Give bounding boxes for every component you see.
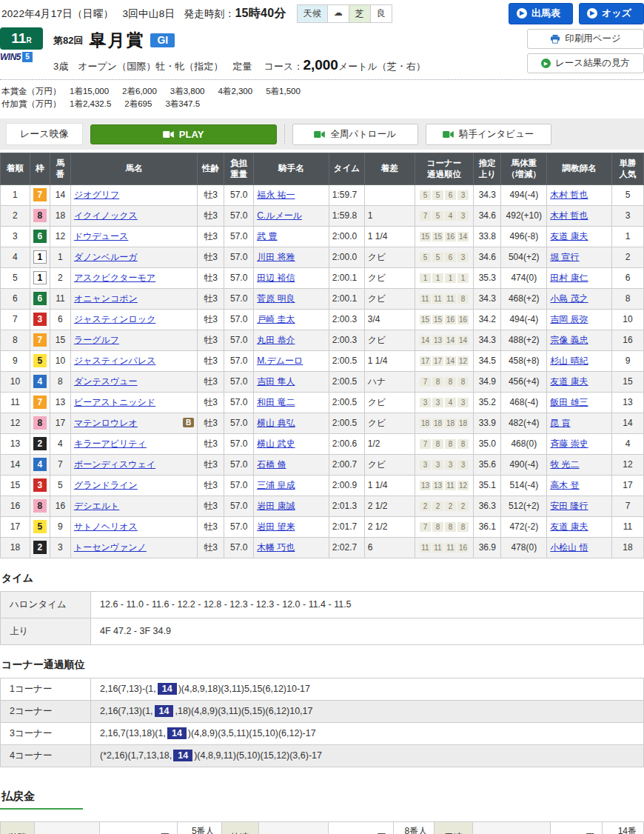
finish-position: 2 xyxy=(1,205,30,226)
corner-positions: 7888 xyxy=(415,433,474,454)
last-3f-time: 33.9 xyxy=(474,413,501,433)
horse-link[interactable]: ダノンベルーガ xyxy=(74,252,138,262)
jockey-link[interactable]: C.ルメール xyxy=(257,210,302,221)
trainer-link[interactable]: 友道 康夫 xyxy=(550,231,588,241)
sex-age: 牡3 xyxy=(198,309,224,330)
jockey-interview-button[interactable]: 騎手インタビュー xyxy=(426,124,551,145)
finish-position: 4 xyxy=(1,247,30,267)
finish-time: 2:00.5 xyxy=(329,350,364,371)
horse-weight: 492(+10) xyxy=(501,205,547,226)
result-row: 12817マテンロウレオB牡357.0横山 典弘2:00.5クビ18181818… xyxy=(1,413,644,433)
margin: 6 xyxy=(364,537,415,558)
horse-link[interactable]: ジャスティンロック xyxy=(74,314,156,324)
trainer-link[interactable]: 堀 宣行 xyxy=(550,252,579,262)
jockey-link[interactable]: 横山 武史 xyxy=(257,438,295,449)
corner-order-text: 2,16,7(13,18)(1, xyxy=(100,728,166,738)
race-date-line: 2022年4月17日（日曜） 3回中山8日 発走時刻：15時40分 xyxy=(1,6,286,21)
win5-badge[interactable]: WIN5 5 xyxy=(0,52,43,62)
trainer-link[interactable]: 飯田 雄三 xyxy=(550,397,588,407)
trainer-link[interactable]: 宗像 義忠 xyxy=(550,335,588,345)
sex-age: 牡3 xyxy=(198,205,224,226)
corner-position-number: 7 xyxy=(420,211,431,221)
corner-positions: 11111116 xyxy=(415,537,474,558)
trainer-link[interactable]: 友道 康夫 xyxy=(550,521,588,532)
entry-table-button[interactable]: ▶ 出馬表 xyxy=(509,3,573,24)
horse-weight: 488(+2) xyxy=(501,330,547,350)
results-table: 着順枠馬 番馬名性齢負担 重量騎手名タイム着差コーナー 通過順位推定 上り馬体重… xyxy=(0,153,644,558)
trainer-link[interactable]: 安田 隆行 xyxy=(550,501,588,511)
horse-name-cell: オニャンコポン xyxy=(70,288,197,309)
jockey-link[interactable]: 横山 典弘 xyxy=(257,418,295,428)
trainer-link[interactable]: 斉藤 崇史 xyxy=(550,438,588,449)
prize-value: 1,500 xyxy=(279,87,301,96)
divider xyxy=(284,124,285,144)
horse-link[interactable]: ビーアストニッシド xyxy=(74,397,155,407)
jockey-link[interactable]: 吉田 隼人 xyxy=(257,376,295,387)
horse-link[interactable]: デシエルト xyxy=(74,501,119,511)
jockey-link[interactable]: 菅原 明良 xyxy=(257,293,295,304)
trainer-link[interactable]: 吉岡 辰弥 xyxy=(550,314,588,324)
horse-link[interactable]: ラーグルフ xyxy=(74,335,119,345)
horse-link[interactable]: アスクビクターモア xyxy=(74,273,155,283)
win-popularity: 16 xyxy=(611,330,643,350)
jockey-link[interactable]: M.デムーロ xyxy=(257,356,303,366)
frame-cell: 7 xyxy=(30,330,50,350)
course-label: コース： xyxy=(264,61,303,72)
horse-link[interactable]: ドウデュース xyxy=(74,231,128,241)
jockey-link[interactable]: 石橋 脩 xyxy=(257,459,286,470)
jockey-link[interactable]: 川田 将雅 xyxy=(257,252,295,262)
horse-link[interactable]: サトノヘリオス xyxy=(74,521,138,532)
trainer-link[interactable]: 友道 康夫 xyxy=(550,376,588,387)
horse-link[interactable]: トーセンヴァンノ xyxy=(74,542,147,553)
horse-link[interactable]: ボーンディスウェイ xyxy=(74,459,155,470)
highlighted-horse-number: 14 xyxy=(158,683,177,695)
corner-row: 3コーナー2,16,7(13,18)(1,14)(4,8,9)(3,5,11)(… xyxy=(1,722,644,744)
horse-link[interactable]: ジャスティンパレス xyxy=(74,356,156,366)
jockey-link[interactable]: 三浦 皇成 xyxy=(257,480,295,490)
jockey-link[interactable]: 丸田 恭介 xyxy=(257,335,295,345)
jockey-link[interactable]: 木幡 巧也 xyxy=(257,542,295,553)
corner-position-number: 16 xyxy=(445,232,456,241)
jockey-link[interactable]: 戸崎 圭太 xyxy=(257,314,295,324)
corner-position-number: 8 xyxy=(457,294,469,304)
jockey-link[interactable]: 岩田 望来 xyxy=(257,521,295,532)
horse-link[interactable]: ジオグリフ xyxy=(74,190,119,200)
trainer-link[interactable]: 高木 登 xyxy=(550,480,579,490)
result-row: 736ジャスティンロック牡357.0戸崎 圭太2:00.33/415151616… xyxy=(1,309,644,330)
horse-link[interactable]: ダンテスヴュー xyxy=(74,376,138,387)
print-page-button[interactable]: 印刷用ページ xyxy=(527,29,644,49)
trainer-link[interactable]: 昆 貢 xyxy=(550,418,570,428)
jockey-link[interactable]: 和田 竜二 xyxy=(257,397,295,407)
win-popularity: 13 xyxy=(611,392,643,413)
results-guide-button[interactable]: ▶ レース結果の見方 xyxy=(527,53,644,73)
trainer-link[interactable]: 木村 哲也 xyxy=(550,190,588,200)
trainer-link[interactable]: 牧 光二 xyxy=(550,459,579,470)
horse-number: 5 xyxy=(50,475,70,496)
last-3f-time: 35.1 xyxy=(474,475,501,496)
jockey-link[interactable]: 田辺 裕信 xyxy=(257,273,295,283)
horse-link[interactable]: オニャンコポン xyxy=(74,293,138,304)
horse-link[interactable]: キラーアビリティ xyxy=(74,438,147,449)
trainer-link[interactable]: 杉山 晴紀 xyxy=(550,356,588,366)
jockey-link[interactable]: 福永 祐一 xyxy=(257,190,295,200)
horse-link[interactable]: グランドライン xyxy=(74,480,138,490)
horse-link[interactable]: マテンロウレオ xyxy=(74,418,138,428)
jockey-link[interactable]: 岩田 康誠 xyxy=(257,501,295,511)
horse-number: 8 xyxy=(50,371,70,392)
last-3f-time: 36.9 xyxy=(474,537,501,558)
corner-position-number: 2 xyxy=(420,501,431,511)
horse-link[interactable]: イクイノックス xyxy=(74,210,138,221)
win-popularity: 11 xyxy=(611,516,643,537)
trainer-link[interactable]: 小島 茂之 xyxy=(550,293,588,304)
odds-button[interactable]: ▶ オッズ xyxy=(579,3,644,24)
patrol-video-button[interactable]: 全周パトロール xyxy=(292,124,418,145)
trainer-link[interactable]: 木村 哲也 xyxy=(550,210,588,221)
play-button[interactable]: PLAY xyxy=(90,124,277,144)
trainer-link[interactable]: 小桧山 悟 xyxy=(550,542,588,553)
corner-position-number: 11 xyxy=(445,294,456,304)
horse-name-cell: ボーンディスウェイ xyxy=(70,454,197,475)
side-buttons: 印刷用ページ ▶ レース結果の見方 xyxy=(527,29,644,73)
trainer-link[interactable]: 田村 康仁 xyxy=(550,273,588,283)
jockey-link[interactable]: 武 豊 xyxy=(257,231,277,241)
corner-order-text: ,18)(4,8,9)(3,11)(5,15)(6,12)10,17 xyxy=(175,706,312,716)
